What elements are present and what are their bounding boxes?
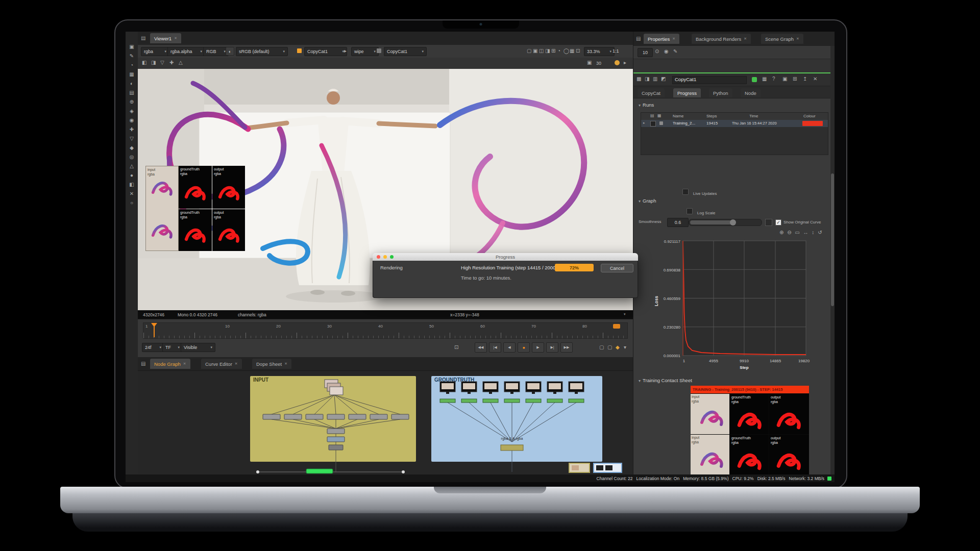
tab-dope-sheet[interactable]: Dope Sheet✕	[252, 359, 291, 369]
viewer-process-dropdown[interactable]: sRGB (default)▾	[236, 47, 288, 56]
input-b-dropdown[interactable]: CopyCat1▾	[384, 47, 427, 56]
close-icon[interactable]: ✕	[744, 37, 747, 41]
viewer-tool-icon[interactable]: ◧	[142, 60, 146, 65]
keyframe-icon[interactable]: ◆	[616, 344, 620, 350]
zoom-dropdown[interactable]: 33.3%▾	[584, 47, 615, 56]
frame-mode-dropdown[interactable]: TF▾	[162, 343, 183, 352]
sync-icon[interactable]: ⊡	[454, 344, 458, 350]
bin-limit-input[interactable]: 10	[638, 48, 653, 57]
pan-v-icon[interactable]: ↕	[812, 230, 814, 235]
col-name[interactable]: Name	[673, 114, 683, 118]
float-icon[interactable]: ⊞	[793, 76, 797, 82]
panel-scrollbar[interactable]	[830, 46, 835, 474]
toolbar-icon[interactable]: ◧	[129, 182, 134, 187]
viewer-icon[interactable]: ⊞	[551, 48, 555, 54]
panel-menu-icon[interactable]: ▤	[636, 35, 642, 42]
fps-box[interactable]: 24f▾	[142, 343, 164, 352]
play-forward-fast-button[interactable]: ▶▶	[560, 342, 573, 353]
go-start-button[interactable]: |◀	[489, 342, 501, 353]
viewer-icon[interactable]: ▦	[570, 48, 574, 54]
viewer-tool-icon[interactable]: ◨	[151, 60, 156, 65]
row-expand-icon[interactable]: ▸	[643, 121, 645, 125]
display-channels-dropdown[interactable]: RGB▾	[203, 47, 229, 56]
panel-menu-icon[interactable]: ▤	[141, 35, 146, 41]
range-end-marker[interactable]	[613, 324, 620, 329]
checkbox-icon[interactable]	[687, 208, 693, 214]
pan-h-icon[interactable]: ↔	[803, 230, 808, 235]
close-panel-icon[interactable]: ✕	[813, 76, 817, 82]
close-icon[interactable]: ✕	[183, 362, 186, 366]
toolbar-icon[interactable]: ▣	[129, 44, 134, 49]
col-time[interactable]: Time	[749, 114, 758, 118]
tab-node[interactable]: Node	[741, 88, 761, 97]
toolbar-icon[interactable]: ✕	[130, 191, 134, 196]
toolbar-icon[interactable]: ●	[130, 172, 133, 178]
proxy-toggle[interactable]: 1:1	[612, 48, 619, 54]
tab-background-renders[interactable]: Background Renders✕	[692, 34, 751, 44]
fullscreen-icon[interactable]: ▢	[599, 344, 604, 350]
node-graph-canvas[interactable]: INPUT GROUNDTRUTH	[138, 370, 633, 474]
live-updates-checkbox[interactable]: Live Updates	[682, 189, 717, 196]
scroll-icon[interactable]: ▾	[624, 312, 626, 316]
node-name-field[interactable]: CopyCat1	[672, 76, 747, 84]
close-icon[interactable]: ✕	[235, 362, 238, 366]
toolbar-icon[interactable]: ▽	[130, 136, 134, 141]
timeline-ruler[interactable]: 1 10 20 30 40 50 60 70 80	[143, 322, 628, 339]
focus-icon[interactable]: ◉	[664, 48, 669, 54]
channels-icon[interactable]: ▥	[653, 76, 657, 82]
toolbar-icon[interactable]: ✎	[130, 53, 134, 59]
dialog-titlebar[interactable]: Progress	[373, 253, 638, 261]
tab-viewer1[interactable]: Viewer1 ✕	[150, 33, 181, 43]
toolbar-icon[interactable]: ⊕	[130, 99, 134, 105]
toolbar-icon[interactable]: ◐	[130, 81, 133, 86]
toolbar-icon[interactable]: ▦	[129, 71, 134, 77]
graph-section-header[interactable]: ▾Graph	[639, 198, 656, 204]
play-backward-fast-button[interactable]: ◀◀	[475, 342, 487, 353]
help-icon[interactable]: ?	[772, 76, 775, 82]
gamma-icon[interactable]: ◐	[226, 47, 234, 56]
viewer-icon[interactable]: ◫	[539, 48, 544, 54]
slider-thumb[interactable]	[730, 219, 736, 226]
columns-icon[interactable]: ▦	[657, 113, 662, 118]
tab-node-graph[interactable]: Node Graph✕	[150, 359, 190, 369]
grid-icon[interactable]: ▦	[762, 76, 767, 82]
revert-icon[interactable]: ↥	[803, 76, 807, 82]
run-colour-swatch[interactable]	[802, 121, 823, 126]
input-a-dropdown[interactable]: CopyCat1▾	[304, 47, 347, 56]
close-icon[interactable]: ✕	[672, 37, 675, 41]
sort-icon[interactable]: ▤	[650, 113, 654, 118]
log-scale-checkbox[interactable]: Log Scale	[687, 208, 715, 215]
col-colour[interactable]: Colour	[803, 114, 816, 118]
close-icon[interactable]: ✕	[284, 362, 287, 366]
node-color2-icon[interactable]: ◨	[645, 76, 649, 82]
tab-progress[interactable]: Progress	[673, 88, 701, 97]
wipe-toggle-icon[interactable]: ▸	[344, 48, 347, 54]
toolbar-icon[interactable]: ▤	[129, 90, 134, 95]
curve-color-box[interactable]	[765, 219, 772, 226]
close-icon[interactable]: ✕	[174, 36, 177, 40]
tab-properties[interactable]: Properties✕	[644, 34, 679, 44]
layer-dropdown[interactable]: rgba▾	[141, 47, 169, 56]
playhead-handle[interactable]	[151, 323, 157, 327]
roi-icon[interactable]	[615, 60, 620, 65]
contact-sheet-section-header[interactable]: ▾Training Contact Sheet	[639, 378, 692, 383]
frame-lock-icon[interactable]: ▢	[607, 344, 612, 350]
checkbox-icon[interactable]	[682, 189, 689, 195]
range-dropdown[interactable]: Visible▾	[181, 343, 215, 352]
toolbar-icon[interactable]: ○	[130, 200, 133, 206]
tab-copycat[interactable]: CopyCat	[638, 88, 665, 97]
smoothness-value[interactable]: 0.6	[667, 218, 689, 227]
expand-icon[interactable]: ▸	[624, 60, 626, 65]
toolbar-icon[interactable]: ✚	[130, 127, 134, 132]
viewer-icon[interactable]: ◨	[545, 48, 550, 54]
options-icon[interactable]: ▾	[624, 344, 626, 350]
loss-graph[interactable]: 0.921117 0.690838 0.460559 0.230280 0.00…	[633, 238, 835, 370]
tab-python[interactable]: Python	[709, 88, 732, 97]
viewer-tool-icon[interactable]: ✚	[169, 60, 174, 65]
viewer-tool-icon[interactable]: ▽	[160, 60, 164, 65]
scrollbar-thumb[interactable]	[831, 173, 834, 306]
close-icon[interactable]: ✕	[796, 37, 799, 41]
wipe-mode-dropdown[interactable]: wipe▾	[351, 47, 379, 56]
alpha-layer-dropdown[interactable]: rgba.alpha▾	[167, 47, 205, 56]
viewer-icon[interactable]: ▢	[527, 48, 531, 54]
